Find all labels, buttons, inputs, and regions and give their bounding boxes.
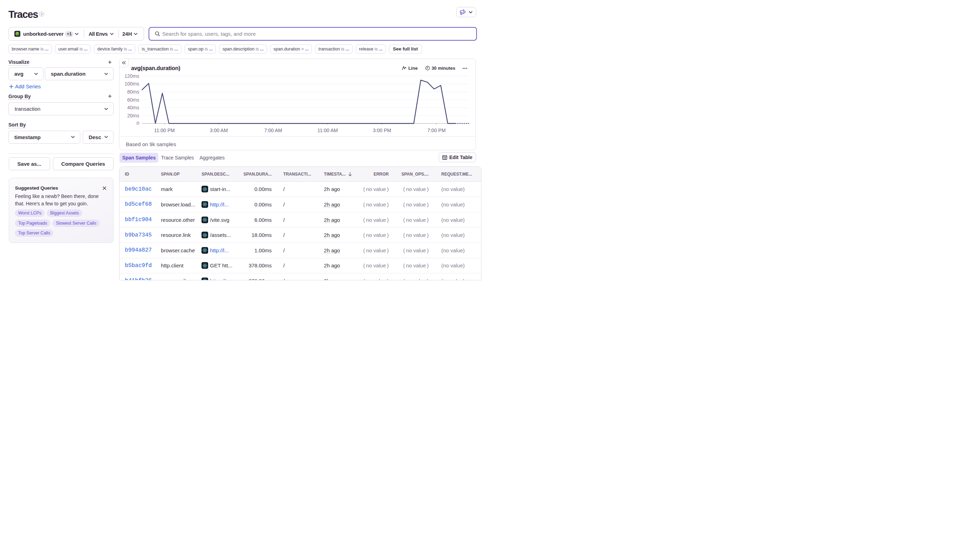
svg-text:120ms: 120ms (124, 73, 139, 79)
svg-text:20ms: 20ms (127, 113, 139, 118)
svg-text:80ms: 80ms (127, 89, 139, 95)
svg-text:0: 0 (137, 120, 140, 125)
svg-text:40ms: 40ms (127, 105, 139, 110)
svg-text:100ms: 100ms (124, 81, 139, 87)
svg-text:60ms: 60ms (127, 97, 139, 103)
